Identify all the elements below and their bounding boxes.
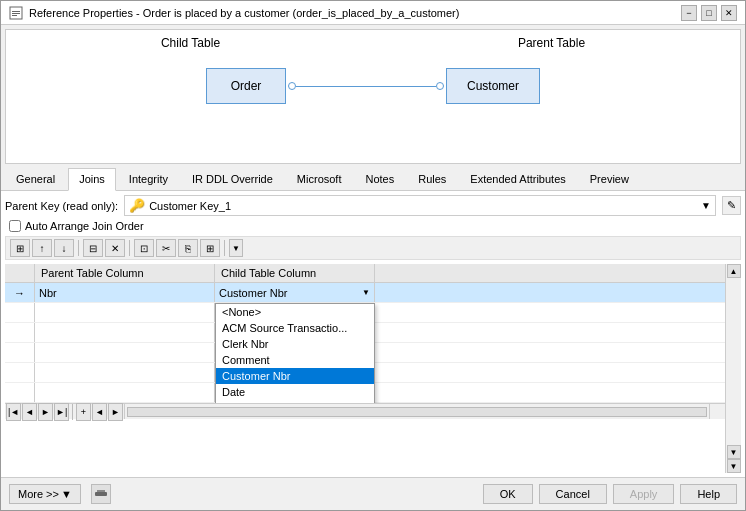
scroll-track[interactable] (727, 278, 741, 445)
nav-scroll-right[interactable]: ► (108, 403, 123, 421)
ok-button[interactable]: OK (483, 484, 533, 504)
toolbar-grid-button[interactable]: ⊡ (134, 239, 154, 257)
dropdown-item-date[interactable]: Date (216, 384, 374, 400)
tab-preview[interactable]: Preview (579, 168, 640, 190)
main-window: Reference Properties - Order is placed b… (0, 0, 746, 511)
nav-add-button[interactable]: + (76, 403, 91, 421)
parent-key-label: Parent Key (read only): (5, 200, 118, 212)
svg-rect-4 (95, 492, 107, 496)
toolbar-paste-button[interactable]: ⊞ (200, 239, 220, 257)
more-button[interactable]: More >> ▼ (9, 484, 81, 504)
child-col-cell[interactable]: Customer Nbr ▼ <None> ACM Source Transac… (215, 283, 375, 302)
tab-rules[interactable]: Rules (407, 168, 457, 190)
window-icon (9, 6, 23, 20)
scrollbar-track[interactable] (127, 407, 707, 417)
nav-next-button[interactable]: ► (38, 403, 53, 421)
scrollbar-corner (709, 404, 725, 419)
toolbar-separator-3 (224, 240, 225, 256)
connector-line (296, 86, 436, 87)
toolbar-dropdown-button[interactable]: ▼ (229, 239, 243, 257)
grid-main: Parent Table Column Child Table Column →… (5, 264, 725, 473)
grid-wrapper: Parent Table Column Child Table Column →… (5, 264, 741, 473)
tab-ir-ddl-override[interactable]: IR DDL Override (181, 168, 284, 190)
title-bar: Reference Properties - Order is placed b… (1, 1, 745, 25)
dropdown-item-none[interactable]: <None> (216, 304, 374, 320)
horizontal-scrollbar[interactable] (125, 404, 709, 419)
parent-key-value: Customer Key_1 (149, 200, 231, 212)
tab-integrity[interactable]: Integrity (118, 168, 179, 190)
window-title: Reference Properties - Order is placed b… (29, 7, 459, 19)
tab-general[interactable]: General (5, 168, 66, 190)
tabs-bar: General Joins Integrity IR DDL Override … (1, 168, 745, 191)
child-column-header: Child Table Column (215, 264, 375, 282)
toolbar-up-button[interactable]: ↑ (32, 239, 52, 257)
auto-arrange-label: Auto Arrange Join Order (25, 220, 144, 232)
row-arrow: → (5, 283, 35, 302)
key-icon: 🔑 (129, 198, 145, 213)
order-entity: Order (206, 68, 286, 104)
nav-last-button[interactable]: ►| (54, 403, 69, 421)
scroll-down-small-button[interactable]: ▼ (727, 459, 741, 473)
toolbar-remove-button[interactable]: ⊟ (83, 239, 103, 257)
toolbar-cut-button[interactable]: ✂ (156, 239, 176, 257)
empty-arrow (5, 363, 35, 382)
empty-parent (35, 303, 215, 322)
child-col-dropdown[interactable]: Customer Nbr ▼ (219, 287, 370, 299)
auto-arrange-row: Auto Arrange Join Order (5, 220, 741, 232)
close-button[interactable]: ✕ (721, 5, 737, 21)
scroll-down-button[interactable]: ▼ (727, 445, 741, 459)
empty-parent (35, 363, 215, 382)
empty-parent (35, 323, 215, 342)
svg-rect-2 (12, 13, 20, 14)
empty-arrow (5, 303, 35, 322)
svg-rect-1 (12, 11, 20, 12)
help-button[interactable]: Help (680, 484, 737, 504)
maximize-button[interactable]: □ (701, 5, 717, 21)
dropdown-item-nbr[interactable]: Nbr (216, 400, 374, 403)
toolbar-copy-button[interactable]: ⎘ (178, 239, 198, 257)
bottom-buttons: More >> ▼ OK Cancel Apply Help (1, 477, 745, 510)
dropdown-item-comment[interactable]: Comment (216, 352, 374, 368)
toolbar-row: ⊞ ↑ ↓ ⊟ ✕ ⊡ ✂ ⎘ ⊞ ▼ (5, 236, 741, 260)
tools-button[interactable] (91, 484, 111, 504)
cancel-button[interactable]: Cancel (539, 484, 607, 504)
diagram-header: Child Table Parent Table (12, 36, 734, 50)
dropdown-item-customer-nbr[interactable]: Customer Nbr (216, 368, 374, 384)
table-row[interactable]: → Nbr Customer Nbr ▼ <None> ACM Source T… (5, 283, 725, 303)
svg-rect-3 (12, 15, 17, 16)
nav-separator (72, 404, 73, 420)
dropdown-item-acm[interactable]: ACM Source Transactio... (216, 320, 374, 336)
grid-body: → Nbr Customer Nbr ▼ <None> ACM Source T… (5, 283, 725, 403)
more-label: More >> (18, 488, 59, 500)
tab-notes[interactable]: Notes (354, 168, 405, 190)
parent-table-label: Parent Table (518, 36, 585, 50)
cell-dropdown-icon: ▼ (362, 288, 370, 297)
parent-key-select[interactable]: 🔑 Customer Key_1 ▼ (124, 195, 716, 216)
edit-key-button[interactable]: ✎ (722, 196, 741, 215)
grid-arrow-header (5, 264, 35, 282)
tab-microsoft[interactable]: Microsoft (286, 168, 353, 190)
toolbar-delete-button[interactable]: ✕ (105, 239, 125, 257)
minimize-button[interactable]: − (681, 5, 697, 21)
parent-column-header: Parent Table Column (35, 264, 215, 282)
auto-arrange-checkbox[interactable] (9, 220, 21, 232)
toolbar-down-button[interactable]: ↓ (54, 239, 74, 257)
window-controls: − □ ✕ (681, 5, 737, 21)
dropdown-popup[interactable]: <None> ACM Source Transactio... Clerk Nb… (215, 303, 375, 403)
grid-header: Parent Table Column Child Table Column (5, 264, 725, 283)
diagram-area: Child Table Parent Table Order Customer (5, 29, 741, 164)
toolbar-separator-1 (78, 240, 79, 256)
nav-scroll-left[interactable]: ◄ (92, 403, 107, 421)
dropdown-item-clerk[interactable]: Clerk Nbr (216, 336, 374, 352)
connector-circle-right (436, 82, 444, 90)
nav-prev-button[interactable]: ◄ (22, 403, 37, 421)
nav-first-button[interactable]: |◄ (6, 403, 21, 421)
toolbar-add-button[interactable]: ⊞ (10, 239, 30, 257)
tab-extended-attributes[interactable]: Extended Attributes (459, 168, 576, 190)
tab-joins[interactable]: Joins (68, 168, 116, 191)
apply-button[interactable]: Apply (613, 484, 675, 504)
grid-nav-buttons: |◄ ◄ ► ►| + ◄ ► (5, 404, 125, 419)
vertical-scrollbar[interactable]: ▲ ▼ ▼ (725, 264, 741, 473)
toolbar-separator-2 (129, 240, 130, 256)
scroll-up-button[interactable]: ▲ (727, 264, 741, 278)
